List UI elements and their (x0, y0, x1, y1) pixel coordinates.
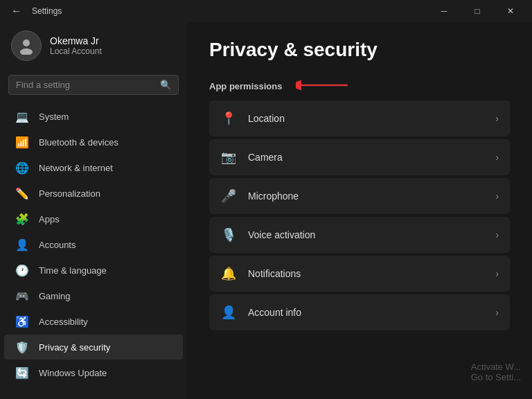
permission-left-location: 📍Location (220, 110, 285, 127)
bluetooth-icon: 📶 (15, 135, 29, 149)
permission-left-camera: 📷Camera (220, 149, 283, 166)
voice-activation-icon: 🎙️ (220, 227, 237, 243)
content-area: Privacy & security App permissions 📍Loca… (187, 22, 532, 399)
sidebar-item-label-network: Network & internet (39, 163, 113, 173)
minimize-button[interactable]: ─ (428, 0, 460, 22)
camera-chevron-icon: › (495, 152, 499, 163)
system-icon: 💻 (15, 109, 29, 123)
close-button[interactable]: ✕ (495, 0, 526, 22)
permission-label-location: Location (248, 113, 285, 124)
titlebar-title: Settings (32, 6, 62, 16)
sidebar-item-label-apps: Apps (39, 214, 60, 224)
permission-left-voice-activation: 🎙️Voice activation (220, 227, 315, 243)
microphone-icon: 🎤 (220, 188, 237, 204)
sidebar-item-label-accessibility: Accessibility (39, 317, 88, 327)
permission-item-notifications[interactable]: 🔔Notifications› (209, 256, 510, 292)
sidebar-item-system[interactable]: 💻System (4, 104, 183, 129)
account-info-chevron-icon: › (495, 307, 499, 318)
accounts-icon: 👤 (15, 238, 29, 251)
maximize-button[interactable]: □ (461, 0, 493, 22)
sidebar-item-windows-update[interactable]: 🔄Windows Update (4, 360, 183, 385)
permission-item-location[interactable]: 📍Location› (209, 100, 510, 136)
microphone-chevron-icon: › (495, 190, 499, 202)
permission-left-notifications: 🔔Notifications (220, 265, 301, 282)
accessibility-icon: ♿ (15, 314, 29, 328)
location-chevron-icon: › (495, 113, 499, 124)
permission-item-account-info[interactable]: 👤Account info› (209, 294, 510, 330)
permission-item-microphone[interactable]: 🎤Microphone› (209, 178, 510, 214)
titlebar-left: ← Settings (8, 3, 62, 19)
permission-label-voice-activation: Voice activation (248, 229, 315, 240)
sidebar-item-privacy[interactable]: 🛡️Privacy & security (4, 335, 183, 360)
permission-label-notifications: Notifications (248, 268, 301, 279)
search-icon: 🔍 (160, 80, 171, 90)
time-icon: 🕐 (15, 263, 29, 277)
permission-left-account-info: 👤Account info (220, 304, 301, 321)
back-button[interactable]: ← (8, 3, 25, 19)
sidebar-item-personalization[interactable]: ✏️Personalization (4, 181, 183, 206)
sidebar-item-accounts[interactable]: 👤Accounts (4, 232, 183, 257)
notifications-icon: 🔔 (220, 265, 237, 282)
user-type: Local Account (50, 46, 102, 56)
sidebar-item-gaming[interactable]: 🎮Gaming (4, 283, 183, 308)
user-info: Okemwa Jr Local Account (50, 35, 102, 56)
sidebar-item-label-windows-update: Windows Update (39, 368, 107, 378)
sidebar-item-label-personalization: Personalization (39, 188, 100, 199)
permission-item-voice-activation[interactable]: 🎙️Voice activation› (209, 217, 510, 253)
svg-point-1 (20, 48, 33, 55)
user-profile[interactable]: Okemwa Jr Local Account (0, 22, 187, 69)
sidebar-item-accessibility[interactable]: ♿Accessibility (4, 309, 183, 334)
sidebar-item-label-system: System (39, 112, 69, 122)
search-container: 🔍 (0, 69, 187, 103)
permission-label-account-info: Account info (248, 307, 301, 318)
network-icon: 🌐 (15, 161, 29, 175)
apps-icon: 🧩 (15, 212, 29, 226)
titlebar-controls: ─ □ ✕ (428, 0, 526, 22)
sidebar-item-label-accounts: Accounts (39, 240, 76, 250)
titlebar: ← Settings ─ □ ✕ (0, 0, 532, 22)
permissions-list: 📍Location›📷Camera›🎤Microphone›🎙️Voice ac… (209, 100, 510, 330)
personalization-icon: ✏️ (15, 186, 29, 200)
sidebar-item-network[interactable]: 🌐Network & internet (4, 155, 183, 180)
voice-activation-chevron-icon: › (495, 229, 499, 240)
user-name: Okemwa Jr (50, 35, 102, 46)
red-arrow-annotation (296, 78, 351, 93)
sidebar-item-bluetooth[interactable]: 📶Bluetooth & devices (4, 130, 183, 154)
camera-icon: 📷 (220, 149, 237, 166)
sidebar-item-label-bluetooth: Bluetooth & devices (39, 137, 118, 148)
sidebar-item-label-privacy: Privacy & security (39, 342, 110, 353)
section-heading: App permissions (209, 78, 510, 95)
location-icon: 📍 (220, 110, 237, 127)
page-title: Privacy & security (209, 39, 510, 61)
windows-update-icon: 🔄 (15, 366, 29, 380)
sidebar-item-label-gaming: Gaming (39, 291, 71, 301)
gaming-icon: 🎮 (15, 289, 29, 303)
permission-left-microphone: 🎤Microphone (220, 188, 299, 204)
sidebar-item-time[interactable]: 🕐Time & language (4, 258, 183, 283)
search-input[interactable] (16, 80, 154, 90)
privacy-icon: 🛡️ (15, 340, 29, 354)
notifications-chevron-icon: › (495, 268, 499, 279)
sidebar-item-label-time: Time & language (39, 265, 107, 276)
sidebar-item-apps[interactable]: 🧩Apps (4, 206, 183, 231)
permission-label-camera: Camera (248, 152, 283, 163)
account-info-icon: 👤 (220, 304, 237, 321)
svg-point-0 (23, 39, 30, 46)
main-layout: Okemwa Jr Local Account 🔍 💻System📶Blueto… (0, 22, 532, 399)
sidebar: Okemwa Jr Local Account 🔍 💻System📶Blueto… (0, 22, 187, 399)
avatar (11, 30, 42, 61)
watermark: Activate W... Go to Setti... (471, 362, 521, 382)
search-box[interactable]: 🔍 (8, 75, 179, 95)
permission-item-camera[interactable]: 📷Camera› (209, 139, 510, 175)
permission-label-microphone: Microphone (248, 190, 299, 202)
nav-list: 💻System📶Bluetooth & devices🌐Network & in… (0, 103, 187, 386)
